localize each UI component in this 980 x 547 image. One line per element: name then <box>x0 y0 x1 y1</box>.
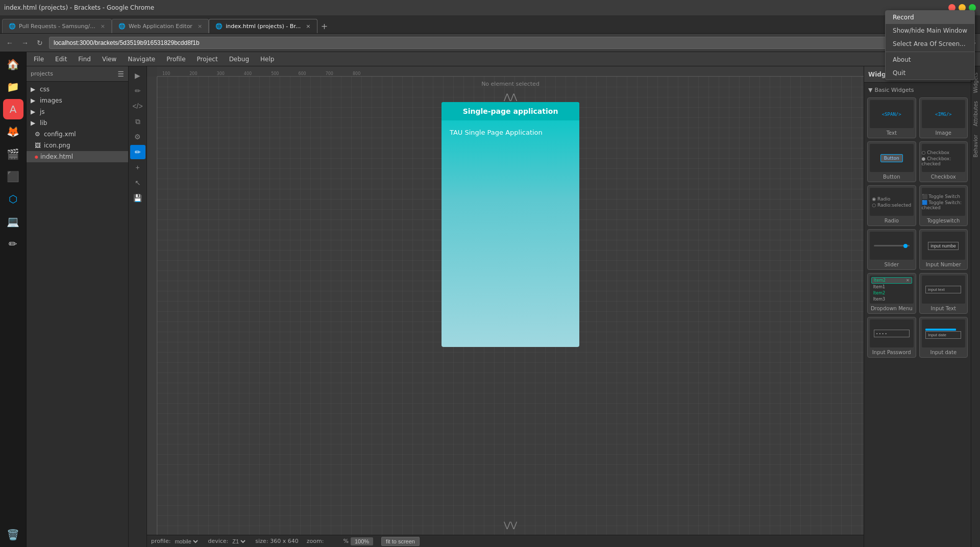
tab-favicon: 🌐 <box>118 23 126 30</box>
file-tree-item-js[interactable]: ▶ js <box>27 106 128 117</box>
file-name: js <box>40 108 45 115</box>
tab-close-icon[interactable]: × <box>101 23 105 30</box>
content-area: projects ☰ ▶ css ▶ images ▶ js <box>27 66 980 547</box>
widget-slider[interactable]: Slider <box>867 229 916 270</box>
ruler-tick: 600 <box>298 72 306 76</box>
menu-find[interactable]: Find <box>73 54 96 64</box>
dock-terminal2-icon[interactable]: 💻 <box>3 211 23 232</box>
tab-close-icon[interactable]: × <box>306 23 310 30</box>
new-tab-button[interactable]: + <box>317 19 332 33</box>
canvas-area[interactable]: 100 200 300 400 500 600 700 800 No eleme… <box>147 66 864 535</box>
context-menu-show-hide[interactable]: Show/hide Main Window <box>886 24 974 37</box>
widget-checkbox[interactable]: ○ Checkbox ● Checkbox: checked Checkbox <box>919 141 968 182</box>
size-value: 360 x 640 <box>270 538 299 544</box>
dock-firefox-icon[interactable]: 🦊 <box>3 121 23 142</box>
widget-radio[interactable]: ◉ Radio ○ Radio:selected Radio <box>867 185 916 226</box>
dock-brackets-icon[interactable]: A <box>3 99 23 119</box>
widget-button[interactable]: Button Button <box>867 141 916 182</box>
pencil-button[interactable]: ✏ <box>130 84 145 98</box>
widget-text[interactable]: <SPAN/> Text <box>867 97 916 138</box>
tab-pull-requests[interactable]: 🌐 Pull Requests - Samsung/... × <box>2 19 112 33</box>
add-button[interactable]: + <box>130 160 145 175</box>
forward-button[interactable]: → <box>19 38 31 48</box>
zoom-input[interactable] <box>326 538 341 544</box>
layers-button[interactable]: ⧉ <box>130 114 145 129</box>
dock-trash-icon[interactable]: 🗑️ <box>3 525 23 545</box>
tab-web-editor[interactable]: 🌐 Web Application Editor × <box>112 19 209 33</box>
widget-dropdown-preview: Item2 ✕ Item1 Item2 Item3 <box>870 276 914 304</box>
widget-input-date[interactable]: Input date <box>919 317 968 358</box>
play-button[interactable]: ▶ <box>130 68 145 83</box>
widget-input-text-preview <box>922 276 966 304</box>
context-menu-quit[interactable]: Quit <box>886 66 974 80</box>
dock-pencil-icon[interactable]: ✏️ <box>3 234 23 254</box>
menu-help[interactable]: Help <box>255 54 279 64</box>
dock-video-icon[interactable]: 🎬 <box>3 144 23 164</box>
file-tree-item-images[interactable]: ▶ images <box>27 95 128 106</box>
file-tree-item-index-html[interactable]: ● index.html <box>27 151 128 162</box>
zoom-percent: % <box>344 538 349 544</box>
dock-home-icon[interactable]: 🏠 <box>3 54 23 74</box>
device-select[interactable]: Z1 <box>230 538 247 545</box>
menu-file[interactable]: File <box>29 54 49 64</box>
widget-checkbox-label: Checkbox <box>931 174 956 180</box>
dock-files-icon[interactable]: 📁 <box>3 77 23 97</box>
save-button[interactable]: 💾 <box>130 191 145 205</box>
file-tree-item-icon-png[interactable]: 🖼 icon.png <box>27 140 128 151</box>
design-button[interactable]: ✏ <box>130 145 145 159</box>
side-tab-attributes[interactable]: Attributes <box>972 97 979 130</box>
widget-text-preview: <SPAN/> <box>870 100 914 128</box>
fit-to-screen-button[interactable]: fit to screen <box>381 537 420 546</box>
menu-profile[interactable]: Profile <box>161 54 190 64</box>
file-tree-item-config[interactable]: ⚙ config.xml <box>27 129 128 140</box>
menu-view[interactable]: View <box>97 54 121 64</box>
tab-close-icon[interactable]: × <box>198 23 202 30</box>
reload-button[interactable]: ↻ <box>35 38 45 48</box>
dock-vscode-icon[interactable]: ⬡ <box>3 189 23 209</box>
widget-input-number[interactable]: Input Number <box>919 229 968 270</box>
widget-toggleswitch[interactable]: ⬛ Toggle Switch 🟦 Toggle Switch: checked… <box>919 185 968 226</box>
context-menu-select-area[interactable]: Select Area Of Screen... <box>886 37 974 51</box>
url-input[interactable] <box>49 37 955 49</box>
back-button[interactable]: ← <box>4 38 15 48</box>
widgets-panel-content: ▼ Basic Widgets <SPAN/> Text <box>864 83 971 547</box>
select-button[interactable]: ↖ <box>130 176 145 190</box>
canvas-grid[interactable]: No element selected ⋀⋀ Single-page appli… <box>157 77 864 535</box>
side-tab-behavior[interactable]: Behavior <box>972 131 979 161</box>
widget-dropdown-menu[interactable]: Item2 ✕ Item1 Item2 Item3 Dropdown Menu <box>867 273 916 314</box>
widget-input-text-label: Input Text <box>931 306 956 311</box>
ruler-vertical <box>147 77 157 535</box>
file-tree-item-lib[interactable]: ▶ lib <box>27 117 128 129</box>
ruler-tick: 500 <box>271 72 279 76</box>
context-menu-about[interactable]: About <box>886 53 974 66</box>
folder-icon: ▶ <box>31 108 38 115</box>
widget-input-date-preview <box>922 319 966 347</box>
menu-debug[interactable]: Debug <box>224 54 254 64</box>
profile-select[interactable]: mobile <box>173 538 200 545</box>
tab-index-html[interactable]: 🌐 index.html (projects) - Br... × <box>209 19 317 33</box>
code-button[interactable]: </> <box>130 99 145 113</box>
zoom-value-button[interactable]: 100% <box>351 537 373 545</box>
os-dock: 🏠 📁 A 🦊 🎬 ⬛ ⬡ 💻 ✏️ 🗑️ <box>0 52 27 547</box>
widgets-section-header[interactable]: ▼ Basic Widgets <box>866 85 969 95</box>
widget-input-password[interactable]: Input Password <box>867 317 916 358</box>
ruler-tick: 300 <box>217 72 225 76</box>
no-element-label: No element selected <box>481 81 540 87</box>
tab-label: Pull Requests - Samsung/... <box>19 23 95 30</box>
settings-button[interactable]: ⚙ <box>130 130 145 144</box>
context-menu-record[interactable]: Record <box>886 11 974 24</box>
tab-favicon: 🌐 <box>9 23 16 30</box>
menu-navigate[interactable]: Navigate <box>122 54 160 64</box>
menu-edit[interactable]: Edit <box>50 54 72 64</box>
panel-collapse-icon[interactable]: ☰ <box>117 70 124 78</box>
widget-dropdown-label: Dropdown Menu <box>871 306 913 311</box>
widget-input-text[interactable]: Input Text <box>919 273 968 314</box>
file-tree-item-css[interactable]: ▶ css <box>27 84 128 95</box>
widget-image[interactable]: <IMG/> Image <box>919 97 968 138</box>
menu-project[interactable]: Project <box>192 54 223 64</box>
dock-terminal-icon[interactable]: ⬛ <box>3 166 23 187</box>
ruler-tick: 200 <box>189 72 197 76</box>
ruler-horizontal: 100 200 300 400 500 600 700 800 <box>157 66 864 77</box>
brackets-layout: File Edit Find View Navigate Profile Pro… <box>27 52 980 547</box>
collapse-icon: ▼ <box>868 87 872 93</box>
